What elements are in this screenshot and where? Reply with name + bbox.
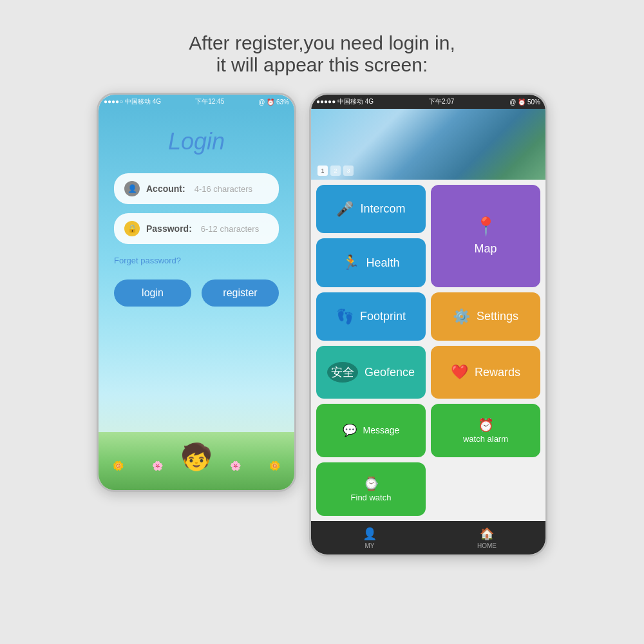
character: 🧒: [180, 442, 213, 472]
forget-password-link[interactable]: Forget password?: [114, 256, 181, 265]
nav-my[interactable]: 👤 MY: [311, 521, 428, 554]
geofence-button[interactable]: 安全 Geofence: [316, 346, 426, 398]
intercom-button[interactable]: 🎤 Intercom: [316, 185, 426, 233]
login-status-bar: ●●●●○ 中国移动 4G 下午12:45 @ ⏰ 63%: [99, 95, 294, 109]
geofence-label: Geofence: [365, 366, 415, 379]
flower-2: 🌸: [152, 460, 163, 471]
flower-5: 🌼: [269, 460, 280, 471]
intercom-icon: 🎤: [336, 201, 354, 218]
headline-line2: it will appear this screen:: [189, 54, 455, 76]
geofence-icon: 安全: [327, 362, 358, 383]
find-watch-icon: ⌚: [363, 476, 379, 491]
phones-container: ●●●●○ 中国移动 4G 下午12:45 @ ⏰ 63% Login 👤 Ac…: [97, 93, 547, 556]
login-body: Login 👤 Account: 4-16 characters 🔒 Passw…: [99, 109, 294, 490]
password-label: Password:: [146, 223, 192, 234]
home-banner: 1 2 3: [311, 109, 545, 180]
login-carrier: ●●●●○ 中国移动 4G: [104, 97, 161, 106]
find-watch-button[interactable]: ⌚ Find watch: [316, 462, 426, 516]
home-icon: 🏠: [480, 527, 494, 541]
home-time: 下午2:07: [429, 97, 454, 106]
home-icons: @ ⏰ 50%: [509, 99, 540, 106]
login-title: Login: [168, 128, 225, 155]
home-body: 1 2 3 🎤 Intercom 📍 Map 🏃: [311, 109, 545, 554]
password-placeholder: 6-12 characters: [201, 224, 259, 234]
login-icons: @ ⏰ 63%: [258, 99, 289, 106]
home-phone: ●●●●● 中国移动 4G 下午2:07 @ ⏰ 50% 1 2 3 🎤 Int…: [309, 93, 547, 556]
intercom-label: Intercom: [360, 202, 405, 216]
account-input-row[interactable]: 👤 Account: 4-16 characters: [114, 173, 279, 204]
account-label: Account:: [146, 184, 185, 194]
login-buttons: login register: [114, 279, 279, 307]
nav-home[interactable]: 🏠 HOME: [428, 521, 545, 554]
rewards-label: Rewards: [475, 366, 520, 379]
map-label: Map: [474, 242, 497, 256]
register-button[interactable]: register: [202, 279, 279, 307]
account-placeholder: 4-16 characters: [194, 184, 252, 194]
home-label: HOME: [477, 542, 497, 549]
dot-2[interactable]: 2: [330, 166, 341, 176]
my-icon: 👤: [363, 527, 377, 541]
settings-label: Settings: [477, 310, 518, 323]
footprint-icon: 👣: [336, 308, 354, 325]
message-label: Message: [363, 425, 400, 435]
grass-area: 🌼 🌸 🌼 🌸 🌼 🧒: [99, 432, 294, 490]
rewards-icon: ❤️: [451, 364, 468, 381]
watch-alarm-icon: ⏰: [478, 417, 494, 433]
home-status-bar: ●●●●● 中国移动 4G 下午2:07 @ ⏰ 50%: [311, 95, 545, 109]
login-phone: ●●●●○ 中国移动 4G 下午12:45 @ ⏰ 63% Login 👤 Ac…: [97, 93, 296, 492]
headline: After register,you need login in, it wil…: [189, 32, 455, 76]
banner-dots: 1 2 3: [317, 166, 354, 176]
headline-line1: After register,you need login in,: [189, 32, 455, 54]
flower-1: 🌼: [113, 460, 124, 471]
footprint-label: Footprint: [360, 310, 406, 323]
rewards-button[interactable]: ❤️ Rewards: [431, 346, 540, 398]
watch-alarm-label: watch alarm: [463, 434, 508, 444]
settings-button[interactable]: ⚙️ Settings: [431, 292, 540, 341]
find-watch-label: Find watch: [351, 493, 392, 503]
dot-3[interactable]: 3: [343, 166, 354, 176]
password-input-row[interactable]: 🔒 Password: 6-12 characters: [114, 213, 279, 244]
footprint-button[interactable]: 👣 Footprint: [316, 292, 426, 341]
message-icon: 💬: [343, 423, 357, 437]
dot-1[interactable]: 1: [317, 166, 328, 176]
home-grid: 🎤 Intercom 📍 Map 🏃 Health 👣 Footprint: [311, 180, 545, 521]
lock-icon: 🔒: [124, 221, 140, 236]
watch-alarm-button[interactable]: ⏰ watch alarm: [431, 404, 540, 457]
message-button[interactable]: 💬 Message: [316, 404, 426, 457]
login-time: 下午12:45: [195, 97, 224, 106]
health-button[interactable]: 🏃 Health: [316, 238, 426, 287]
account-icon: 👤: [124, 181, 140, 196]
home-carrier: ●●●●● 中国移动 4G: [316, 97, 374, 106]
map-button[interactable]: 📍 Map: [431, 185, 540, 287]
bottom-nav: 👤 MY 🏠 HOME: [311, 521, 545, 554]
my-label: MY: [365, 542, 375, 549]
flower-4: 🌸: [230, 460, 241, 471]
health-icon: 🏃: [342, 254, 359, 271]
map-icon: 📍: [475, 216, 497, 237]
login-button[interactable]: login: [114, 279, 191, 307]
health-label: Health: [366, 256, 399, 270]
settings-icon: ⚙️: [453, 308, 470, 325]
